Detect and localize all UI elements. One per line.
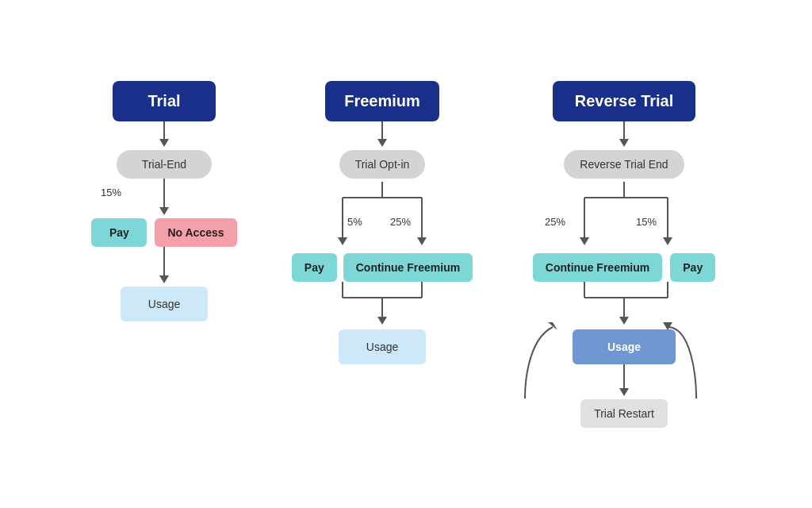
freemium-pay-box: Pay xyxy=(292,253,337,282)
reverse-arrow-1 xyxy=(616,121,632,150)
trial-pay-box: Pay xyxy=(91,218,147,247)
reverse-pay-box: Pay xyxy=(670,253,715,282)
freemium-usage-box: Usage xyxy=(339,329,426,364)
svg-marker-37 xyxy=(619,317,629,325)
freemium-branch-svg: 5% 25% xyxy=(303,182,462,253)
freemium-column: Freemium Trial Opt-in 5% 25% xyxy=(291,81,473,364)
pay-noaccess-row: Pay No Access xyxy=(91,218,236,247)
svg-marker-30 xyxy=(663,237,672,245)
svg-text:5%: 5% xyxy=(347,216,362,228)
svg-marker-7 xyxy=(377,139,387,147)
svg-text:25%: 25% xyxy=(390,216,411,228)
svg-marker-3 xyxy=(159,207,169,215)
freemium-continue-box: Continue Freemium xyxy=(343,253,473,282)
reverse-merge-svg xyxy=(529,282,719,329)
reverse-usage-box: Usage xyxy=(573,329,676,364)
svg-marker-12 xyxy=(338,237,347,245)
svg-marker-28 xyxy=(580,237,589,245)
svg-marker-14 xyxy=(417,237,427,245)
svg-text:15%: 15% xyxy=(636,216,657,228)
reverse-continue-pay-row: Continue Freemium Pay xyxy=(533,253,715,282)
arrow-2 xyxy=(156,179,172,218)
diagram-container: Trial Trial-End 15% Pay No Access Usag xyxy=(0,65,812,444)
arrow-1 xyxy=(156,121,172,150)
freemium-pay-continue-row: Pay Continue Freemium xyxy=(292,253,473,282)
trial-title: Trial xyxy=(113,81,216,121)
freemium-merge-svg xyxy=(303,282,462,329)
freemium-title: Freemium xyxy=(325,81,439,121)
reverse-branch-svg: 25% 15% xyxy=(529,182,719,253)
svg-marker-21 xyxy=(377,317,387,325)
svg-text:25%: 25% xyxy=(545,216,565,228)
reverse-restart-box: Trial Restart xyxy=(580,399,668,428)
reverse-continue-box: Continue Freemium xyxy=(533,253,662,282)
svg-marker-1 xyxy=(159,139,169,147)
reverse-end-box: Reverse Trial End xyxy=(564,150,684,179)
trial-pct-label: 15% xyxy=(101,187,121,198)
trial-noaccess-box: No Access xyxy=(155,218,236,247)
reverse-title: Reverse Trial xyxy=(553,81,695,121)
reverse-arrow-3 xyxy=(616,364,632,399)
trial-usage-box: Usage xyxy=(121,287,208,321)
arrow-3 xyxy=(156,247,172,287)
svg-marker-39 xyxy=(619,388,629,396)
svg-marker-5 xyxy=(159,275,169,283)
freemium-optin-box: Trial Opt-in xyxy=(339,150,426,179)
trial-end-box: Trial-End xyxy=(117,150,212,179)
svg-marker-23 xyxy=(619,139,629,147)
reverse-column: Reverse Trial Reverse Trial End 25% 15% xyxy=(521,81,727,428)
trial-column: Trial Trial-End 15% Pay No Access Usag xyxy=(85,81,243,321)
freemium-arrow-1 xyxy=(374,121,390,150)
